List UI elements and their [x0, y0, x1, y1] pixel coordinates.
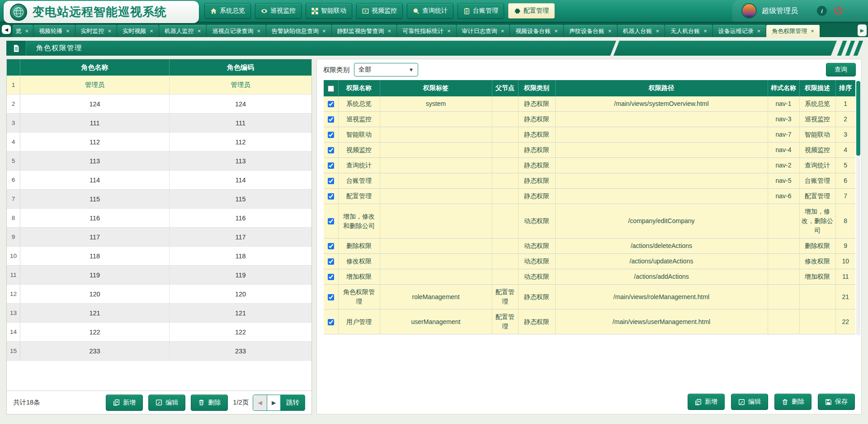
perm-save-button[interactable]: 保存: [818, 394, 855, 410]
permission-row[interactable]: 视频监控静态权限nav-4视频监控4: [324, 143, 855, 158]
role-row[interactable]: 9117117: [7, 228, 311, 247]
close-icon[interactable]: ×: [608, 28, 612, 34]
row-checkbox[interactable]: [328, 147, 334, 153]
power-logout-icon[interactable]: [833, 5, 844, 16]
permission-row[interactable]: 智能联动静态权限nav-7智能联动3: [324, 127, 855, 143]
tab[interactable]: 览×: [13, 25, 33, 37]
tab[interactable]: 设备运维记录×: [713, 25, 767, 37]
tab[interactable]: 视频设备台账×: [510, 25, 564, 37]
permission-row[interactable]: 台账管理静态权限nav-5台账管理6: [324, 173, 855, 189]
row-checkbox[interactable]: [328, 132, 334, 138]
close-icon[interactable]: ×: [198, 28, 201, 34]
permission-row[interactable]: 巡视监控静态权限nav-3巡视监控2: [324, 112, 855, 127]
tabs-scroll-right-button[interactable]: ▶: [858, 24, 867, 36]
permission-row[interactable]: 查询统计静态权限nav-2查询统计5: [324, 158, 855, 173]
close-icon[interactable]: ×: [322, 28, 326, 34]
row-checkbox[interactable]: [328, 101, 334, 107]
row-checkbox[interactable]: [328, 274, 334, 280]
tabs-scroll-left-button[interactable]: ◀: [2, 25, 11, 34]
tab[interactable]: 实时监控×: [75, 25, 118, 37]
close-icon[interactable]: ×: [703, 28, 707, 34]
permission-row[interactable]: 系统总览system静态权限/main/views/systemOverview…: [324, 96, 855, 112]
close-icon[interactable]: ×: [757, 28, 761, 34]
tab[interactable]: 实时视频×: [117, 25, 159, 37]
tab[interactable]: 静默监视告警查询×: [332, 25, 397, 37]
nav-config-management-button[interactable]: 配置管理: [508, 3, 555, 19]
tab[interactable]: 机器人台账×: [618, 25, 665, 37]
role-row[interactable]: 2124124: [7, 95, 311, 114]
tab-active[interactable]: 角色权限管理×: [766, 25, 820, 37]
close-icon[interactable]: ×: [66, 28, 70, 34]
search-button[interactable]: 查询: [826, 63, 856, 76]
row-checkbox[interactable]: [328, 178, 334, 184]
info-icon[interactable]: i: [817, 6, 827, 16]
role-row[interactable]: 6114114: [7, 171, 311, 190]
role-row[interactable]: 4112112: [7, 133, 311, 152]
scrollbar[interactable]: [856, 81, 860, 335]
role-row[interactable]: 13121121: [7, 304, 311, 323]
close-icon[interactable]: ×: [501, 28, 505, 34]
role-row[interactable]: 12120120: [7, 285, 311, 304]
row-checkbox[interactable]: [328, 294, 334, 300]
close-icon[interactable]: ×: [447, 28, 451, 34]
row-checkbox[interactable]: [328, 193, 334, 200]
permission-row[interactable]: 增加，修改和删除公司动态权限/company/editCompany增加，修改，…: [324, 204, 855, 238]
scrollbar-thumb[interactable]: [856, 81, 860, 156]
role-row[interactable]: 5113113: [7, 152, 311, 171]
role-row[interactable]: 11119119: [7, 266, 311, 285]
row-checkbox[interactable]: [328, 218, 334, 224]
permission-row[interactable]: 修改权限动态权限/actions/updateActions修改权限10: [324, 254, 855, 269]
perm-add-button[interactable]: 新增: [688, 394, 725, 410]
nav-system-overview-button[interactable]: 系统总览: [204, 3, 251, 19]
role-edit-button[interactable]: 编辑: [148, 395, 185, 411]
role-row[interactable]: 15233233: [7, 342, 311, 361]
jump-page-button[interactable]: 跳转: [280, 395, 305, 410]
permission-row[interactable]: 角色权限管理roleManagement配置管理静态权限/main/views/…: [324, 285, 855, 310]
row-checkbox[interactable]: [328, 319, 334, 325]
nav-smart-linkage-button[interactable]: 智能联动: [306, 3, 352, 19]
tab[interactable]: 声纹设备台账×: [564, 25, 618, 37]
role-row[interactable]: 3111111: [7, 114, 311, 133]
nav-inspection-monitor-button[interactable]: 巡视监控: [255, 3, 302, 19]
prev-page-button[interactable]: ◀: [253, 395, 267, 410]
tab[interactable]: 机器人监控×: [159, 25, 207, 37]
next-page-button[interactable]: ▶: [267, 395, 280, 410]
role-row[interactable]: 7115115: [7, 190, 311, 209]
tab[interactable]: 巡视点记录查询×: [207, 25, 266, 37]
permission-row[interactable]: 用户管理userManagement配置管理静态权限/main/views/us…: [324, 310, 855, 334]
row-checkbox[interactable]: [328, 116, 334, 123]
permission-row[interactable]: 配置管理静态权限nav-6配置管理7: [324, 189, 855, 204]
perm-edit-button[interactable]: 编辑: [731, 394, 768, 410]
nav-video-monitor-button[interactable]: 视频监控: [356, 3, 403, 19]
role-row[interactable]: 14122122: [7, 323, 311, 342]
tab[interactable]: 无人机台账×: [665, 25, 713, 37]
role-row[interactable]: 10118118: [7, 247, 311, 266]
permission-row[interactable]: 删除权限动态权限/actions/deleteActions删除权限9: [324, 238, 855, 254]
select-all-checkbox[interactable]: [328, 86, 334, 92]
close-icon[interactable]: ×: [554, 28, 558, 34]
tab[interactable]: 可靠性指标统计×: [397, 25, 457, 37]
close-icon[interactable]: ×: [388, 28, 392, 34]
tab[interactable]: 视频轮播×: [33, 25, 75, 37]
close-icon[interactable]: ×: [108, 28, 112, 34]
close-icon[interactable]: ×: [25, 28, 28, 34]
row-checkbox[interactable]: [328, 243, 334, 249]
user-avatar[interactable]: [741, 3, 757, 19]
close-icon[interactable]: ×: [257, 28, 260, 34]
tab[interactable]: 告警缺陷信息查询×: [266, 25, 332, 37]
close-icon[interactable]: ×: [150, 28, 153, 34]
row-checkbox[interactable]: [328, 162, 334, 169]
row-checkbox[interactable]: [328, 258, 334, 265]
role-row[interactable]: 1管理员管理员: [7, 76, 311, 95]
role-add-button[interactable]: 新增: [106, 395, 143, 411]
tab[interactable]: 审计日志查询×: [457, 25, 510, 37]
role-row[interactable]: 8116116: [7, 209, 311, 228]
perm-delete-button[interactable]: 删除: [774, 394, 811, 410]
permission-row[interactable]: 增加权限动态权限/actions/addActions增加权限11: [324, 269, 855, 285]
role-delete-button[interactable]: 删除: [191, 395, 228, 411]
nav-query-stats-button[interactable]: 查询统计: [407, 3, 453, 19]
nav-ledger-management-button[interactable]: 台账管理: [458, 3, 504, 19]
close-icon[interactable]: ×: [656, 28, 660, 34]
permission-type-select[interactable]: 全部 ▼: [354, 63, 418, 76]
close-icon[interactable]: ×: [811, 28, 814, 34]
